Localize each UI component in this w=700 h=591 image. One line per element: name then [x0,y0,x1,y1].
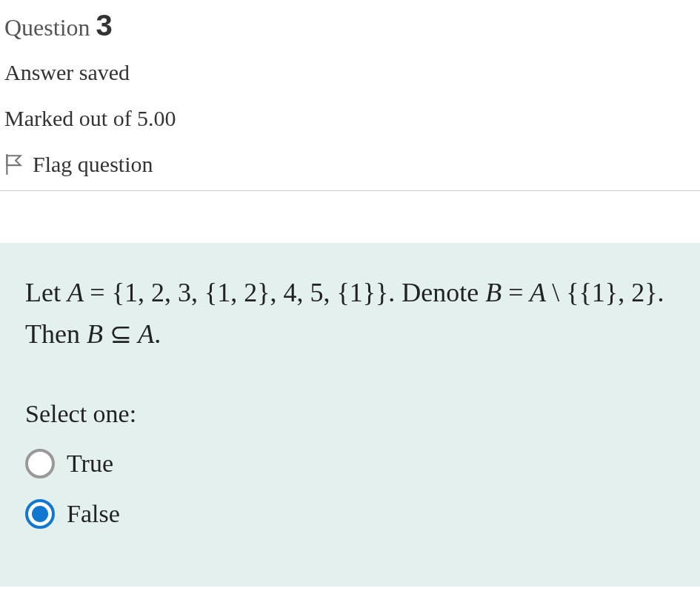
math-set-B: B = A \ {{1}, 2} [485,278,657,307]
flag-icon [4,153,24,176]
question-label: Question [4,14,90,41]
marked-out-of: Marked out of 5.00 [4,106,696,131]
answer-status: Answer saved [4,60,696,85]
question-number: 3 [96,9,113,41]
flag-question-link[interactable]: Flag question [4,152,696,177]
option-true[interactable]: True [25,449,675,478]
qtext-suffix: . [154,319,161,349]
select-one-prompt: Select one: [25,400,675,428]
qtext-prefix: Let [25,278,67,307]
qtext-mid1: . Denote [388,278,485,307]
math-set-A: A = {1, 2, 3, {1, 2}, 4, 5, {1}} [67,278,388,307]
question-text: Let A = {1, 2, 3, {1, 2}, 4, 5, {1}}. De… [25,273,675,355]
flag-question-label: Flag question [33,152,153,177]
option-true-label: True [67,450,113,478]
radio-true[interactable] [25,449,55,478]
question-header: Question 3 Answer saved Marked out of 5.… [0,0,700,191]
math-conclusion: B ⊆ A [87,319,154,349]
option-false[interactable]: False [25,499,675,529]
option-false-label: False [67,500,120,528]
radio-false[interactable] [25,499,55,529]
question-body: Let A = {1, 2, 3, {1, 2}, 4, 5, {1}}. De… [0,243,700,587]
question-title: Question 3 [4,9,696,42]
